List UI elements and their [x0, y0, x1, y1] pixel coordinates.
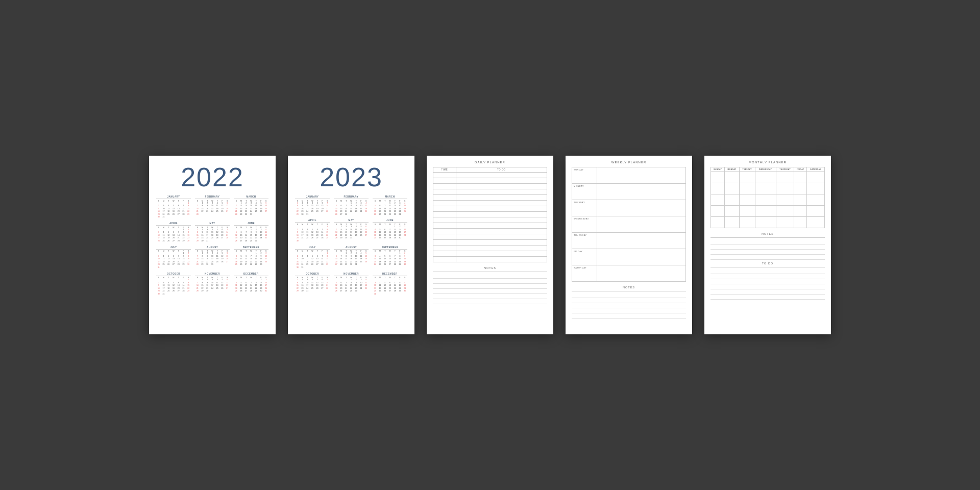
calendar-2023: 2023 JANUARY SMTWTFS 1234567 89101112131… [288, 156, 414, 334]
day-saturday-label: SATURDAY [572, 265, 597, 282]
year-2022: 2022 [156, 164, 268, 190]
day-monday-content [597, 184, 686, 200]
col-wednesday: WEDNESDAY [755, 167, 776, 172]
todo-line [710, 279, 825, 284]
time-row [433, 257, 547, 262]
month-dec-2022: DECEMBER SMTWTFS 123 45678910 1112131415… [234, 273, 268, 296]
time-row [433, 212, 547, 217]
month-jan-2023: JANUARY SMTWTFS 1234567 891011121314 151… [295, 195, 330, 216]
weekly-row-saturday: SATURDAY [572, 265, 686, 282]
note-line [433, 289, 547, 294]
monthly-week-row [711, 206, 825, 217]
month-nov-2023: NOVEMBER SMTWTFS 1234 567891011 12131415… [334, 273, 369, 296]
note-line [710, 250, 825, 255]
note-line [572, 293, 686, 298]
months-grid-2023: JANUARY SMTWTFS 1234567 891011121314 151… [295, 195, 407, 296]
weekly-row-monday: MONDAY [572, 184, 686, 200]
note-line [572, 308, 686, 313]
month-aug-2022: AUGUST SMTWTFS 123456 78910111213 141516… [195, 246, 230, 270]
day-friday-label: FRIDAY [572, 249, 597, 265]
month-apr-2023: APRIL SMTWTFS 1 2345678 9101112131415 16… [295, 219, 330, 242]
todo-line [710, 295, 825, 300]
month-jun-2023: JUNE SMTWTFS 123 45678910 11121314151617… [373, 219, 407, 242]
weekly-planner-title: WEEKLY PLANNER [572, 161, 686, 164]
time-row [433, 229, 547, 234]
calendar-2022: 2022 JANUARY SMTWTFS 1 2345678 910111213… [149, 156, 276, 334]
day-monday-label: MONDAY [572, 184, 597, 200]
todo-line [710, 284, 825, 289]
month-feb-2022: FEBRUARY SMTWTFS 123456 78910111213 1415… [195, 195, 230, 219]
time-row [433, 234, 547, 240]
year-2023: 2023 [295, 164, 407, 190]
time-row [433, 251, 547, 257]
month-mar-2023: MARCH SMTWTFS 1234 567891011 12131415161… [373, 195, 407, 216]
day-wednesday-label: WEDNESDAY [572, 216, 597, 233]
col-friday: FRIDAY [794, 167, 806, 172]
weekly-row-thursday: THURSDAY [572, 233, 686, 249]
weekly-row-wednesday: WEDNESDAY [572, 216, 686, 233]
col-saturday: SATURDAY [806, 167, 824, 172]
note-line [572, 298, 686, 303]
day-tuesday-label: TUESDAY [572, 200, 597, 216]
weekly-row-friday: FRIDAY [572, 249, 686, 265]
col-tuesday: TUESDAY [739, 167, 755, 172]
month-jun-2022: JUNE SMTWTFS 1234 567891011 121314151617… [234, 222, 268, 242]
todo-line [710, 269, 825, 274]
time-row [433, 223, 547, 229]
months-grid-2022: JANUARY SMTWTFS 1 2345678 9101112131415 … [156, 195, 268, 296]
todo-line [710, 289, 825, 295]
month-oct-2022: OCTOBER SMTWTFS 1 2345678 9101112131415 … [156, 273, 191, 296]
time-row [433, 240, 547, 246]
monthly-todo-section: TO DO [710, 262, 825, 300]
daily-planner-table: TIME TO DO [433, 167, 547, 262]
note-line [572, 313, 686, 318]
note-line [433, 299, 547, 304]
note-line [433, 294, 547, 299]
day-sunday-label: SUNDAY [572, 167, 597, 184]
monthly-week-row [711, 194, 825, 206]
monthly-calendar-grid: SUNDAY MONDAY TUESDAY WEDNESDAY THURSDAY… [710, 167, 825, 228]
note-line [710, 255, 825, 260]
month-aug-2023: AUGUST SMTWTFS 12345 6789101112 13141516… [334, 246, 369, 270]
note-line [433, 279, 547, 284]
daily-planner-page: DAILY PLANNER TIME TO DO [427, 156, 553, 334]
monthly-notes-lines [710, 237, 825, 260]
day-friday-content [597, 249, 686, 265]
todo-col-header: TO DO [456, 167, 547, 173]
time-col-header: TIME [433, 167, 456, 173]
daily-notes-label: NOTES [433, 266, 547, 270]
note-line [572, 303, 686, 308]
month-feb-2023: FEBRUARY SMTWTFS 1234 567891011 12131415… [334, 195, 369, 216]
time-row [433, 184, 547, 189]
time-row [433, 246, 547, 251]
day-thursday-content [597, 233, 686, 249]
day-saturday-content [597, 265, 686, 282]
note-line [433, 274, 547, 279]
todo-line [710, 274, 825, 279]
time-row [433, 201, 547, 206]
month-may-2022: MAY SMTWTFS 1234567 891011121314 1516171… [195, 222, 230, 242]
time-row [433, 178, 547, 184]
day-sunday-content [597, 167, 686, 184]
monthly-todo-lines [710, 267, 825, 300]
monthly-todo-label: TO DO [710, 262, 825, 265]
weekly-notes-lines [572, 291, 686, 318]
note-line [433, 284, 547, 289]
time-row [433, 173, 547, 178]
weekly-planner-page: WEEKLY PLANNER SUNDAY MONDAY TUESDAY WED… [566, 156, 692, 334]
col-monday: MONDAY [725, 167, 739, 172]
monthly-week-row [711, 172, 825, 183]
monthly-notes-label: NOTES [710, 232, 825, 235]
month-apr-2022: APRIL SMTWTFS 12 3456789 10111213141516 … [156, 222, 191, 242]
monthly-header-row: SUNDAY MONDAY TUESDAY WEDNESDAY THURSDAY… [711, 167, 825, 172]
pages-container: 2022 JANUARY SMTWTFS 1 2345678 910111213… [149, 156, 831, 334]
monthly-planner-page: MONTHLY PLANNER SUNDAY MONDAY TUESDAY WE… [704, 156, 831, 334]
month-jul-2023: JULY SMTWTFS 1 2345678 9101112131415 161… [295, 246, 330, 270]
day-wednesday-content [597, 216, 686, 233]
note-line [710, 239, 825, 244]
day-thursday-label: THURSDAY [572, 233, 597, 249]
time-row [433, 189, 547, 195]
col-sunday: SUNDAY [711, 167, 725, 172]
monthly-planner-title: MONTHLY PLANNER [710, 161, 825, 164]
daily-notes-lines [433, 272, 547, 304]
